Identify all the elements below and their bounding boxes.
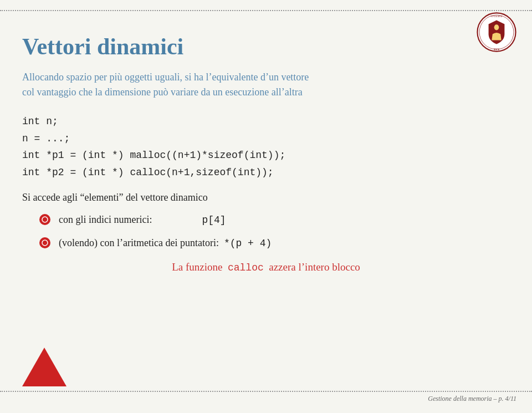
code-line-3: int *p1 = (int *) malloc((n+1)*sizeof(in… — [22, 147, 510, 164]
dotted-border-top — [0, 10, 532, 11]
bullet-text-2: (volendo) con l’aritmetica dei puntatori… — [59, 236, 510, 251]
svg-point-9 — [42, 240, 48, 246]
bullet-item-1: con gli indici numerici: p[4] — [39, 212, 510, 228]
bullet-icon-1 — [39, 213, 51, 226]
description-line2: col vantaggio che la dimensione può vari… — [22, 86, 303, 98]
svg-text:STVDIORVM: STVDIORVM — [490, 16, 503, 18]
code-line-4: int *p2 = (int *) calloc(n+1,sizeof(int)… — [22, 164, 510, 181]
svg-point-7 — [42, 217, 48, 222]
text-section: Si accede agli “elementi” del vettore di… — [22, 192, 510, 203]
code-line-1: int n; — [22, 113, 510, 130]
code-line-2: n = ...; — [22, 130, 510, 147]
description-line1: Allocando spazio per più oggetti uguali,… — [22, 72, 309, 83]
bullet-icon-2 — [39, 237, 51, 249]
code-block: int n; n = ...; int *p1 = (int *) malloc… — [22, 113, 510, 181]
page-title: Vettori dinamici — [22, 33, 510, 60]
bullet-text-1: con gli indici numerici: p[4] — [59, 212, 510, 228]
main-content: Vettori dinamici Allocando spazio per pi… — [22, 22, 510, 385]
highlight-note: La funzione calloc azzera l’intero blocc… — [22, 261, 510, 273]
description: Allocando spazio per più oggetti uguali,… — [22, 70, 510, 100]
red-triangle-decoration — [22, 348, 66, 386]
bullet-item-2: (volendo) con l’aritmetica dei puntatori… — [39, 236, 510, 251]
dotted-border-bottom — [0, 391, 532, 392]
footer-text: Gestione della memoria – p. 4/11 — [428, 395, 516, 403]
